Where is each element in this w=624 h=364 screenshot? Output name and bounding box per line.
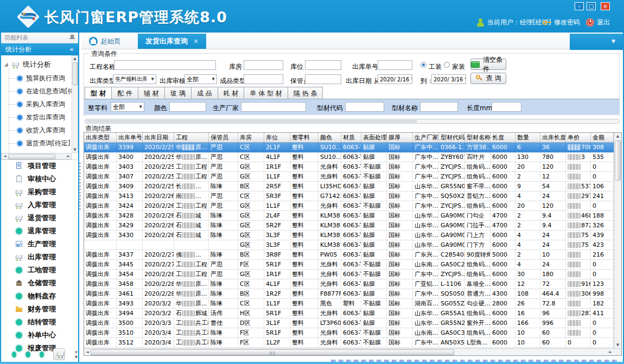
scroll-thumb[interactable] <box>73 62 78 85</box>
table-row[interactable]: 调拨出库34242020/2/26工工程严思G区1L1F整料光身料6063-T5… <box>84 201 614 211</box>
table-row[interactable]: 调拨出库34292020/2/26石城陈琳G区5R2F整料KLM38176063… <box>84 221 614 231</box>
table-row[interactable]: 调拨出库34372020/2/27佛...陈琳B区3R8F整料PW056063-… <box>84 250 614 260</box>
grid-vertical-scrollbar[interactable]: ▲ ▼ <box>614 133 621 348</box>
column-header[interactable]: 库位 <box>264 133 290 143</box>
sidebar-item-cart[interactable]: 退货管理 <box>1 212 78 225</box>
column-header[interactable]: 生产厂家 <box>413 133 439 143</box>
column-header[interactable]: 整零料 <box>290 133 319 143</box>
table-row[interactable]: 调拨出库34612020/2/28华原...陈琳B区1R2F整料F8877FT6… <box>84 289 614 299</box>
product-type-input[interactable] <box>244 74 283 84</box>
table-row[interactable]: 调拨出库35002020/3/3工共工程曹佳D区3L1F整料LT3P606063… <box>84 318 614 328</box>
logout[interactable]: 退出 <box>586 18 610 27</box>
table-row[interactable]: 调拨出库34072020/2/25工工程严思G区1L1F整料光身料6063-T5… <box>84 172 614 182</box>
column-header[interactable]: 型材名称 <box>465 133 491 143</box>
footer-dot-icon[interactable] <box>26 352 30 357</box>
change-password[interactable]: 修改密码 <box>543 18 580 27</box>
manufacturer-input[interactable] <box>241 102 306 112</box>
column-header[interactable]: 型材代码 <box>439 133 465 143</box>
table-row[interactable]: 调拨出库34282020/2/26石城陈琳G区2L4F整料KLM38176063… <box>84 211 614 221</box>
footer-cart-button[interactable] <box>53 348 65 360</box>
scroll-up-icon[interactable]: ▲ <box>614 133 621 139</box>
order-no-input[interactable] <box>378 60 412 70</box>
scroll-down-icon[interactable]: ▼ <box>614 342 621 348</box>
scroll-thumb[interactable] <box>86 120 417 123</box>
tree-vertical-scrollbar[interactable]: ▲ ▼ <box>72 55 78 153</box>
sidebar-item-clipboard[interactable]: 审核中心 <box>1 173 78 186</box>
table-row[interactable]: 调拨出库34132020/2/26南...严思C区5R3F整料G71422606… <box>84 191 614 201</box>
radio-industrial[interactable] <box>421 62 426 68</box>
sidebar-item-doc[interactable]: 项目管理 <box>1 159 78 173</box>
tree-item[interactable]: 预算执行查询 <box>1 72 69 85</box>
sidebar-item-chart[interactable]: 生产管理 <box>1 238 78 251</box>
project-name-input[interactable] <box>114 60 216 70</box>
clear-conditions-button[interactable]: 清空条件 <box>470 59 506 70</box>
radio-home[interactable] <box>444 62 450 68</box>
table-row[interactable]: 调拨出库34582020/2/28华原...陈琳C区4L1F整料光身料6063-… <box>84 279 614 289</box>
out-type-select[interactable]: 生产领料出库 ▼ <box>113 74 156 84</box>
subtab[interactable]: 成 品 <box>192 87 218 100</box>
sidebar-splitter[interactable] <box>79 163 81 212</box>
tab-home[interactable]: 起始页 <box>82 34 127 49</box>
sidebar-item-cart[interactable]: 采购管理 <box>1 186 78 199</box>
panel-scrollbar[interactable] <box>85 119 620 124</box>
sidebar-item-cart[interactable]: 出库管理 <box>1 251 78 264</box>
table-row[interactable]: 调拨出库34032020/2/25工工程严思G区1R1F整料光身料6063-T5… <box>84 162 614 172</box>
scroll-left-icon[interactable]: ◄ <box>85 349 90 355</box>
column-header[interactable]: 单价 <box>566 133 591 143</box>
table-row[interactable]: 调拨出库34002020/2/25华原...严思C区4L1F整料SU10...6… <box>84 152 614 162</box>
column-header[interactable]: 出库长度 <box>540 133 566 143</box>
section-header[interactable]: 统计分析 « <box>1 43 78 55</box>
column-header[interactable]: 工程 <box>174 133 209 143</box>
column-header[interactable]: 出库类型 <box>84 133 117 143</box>
column-header[interactable]: 金额 <box>591 133 614 143</box>
sidebar-item-cart[interactable]: 入库管理 <box>1 199 78 212</box>
tree-root[interactable]: 统计分析 <box>3 60 51 69</box>
table-row[interactable]: 调拨出库34092020/2/25长...陈琳B区2R5F整料LI35HD606… <box>84 182 614 191</box>
sidebar-item-warehouse[interactable]: 仓储管理 <box>1 277 78 290</box>
column-header[interactable]: 膜厚 <box>387 133 413 143</box>
table-row[interactable]: G区3L3F整料KLM38176063-T5贴膜国标山东华...GA90M09.… <box>84 240 614 250</box>
keeper-input[interactable] <box>305 74 341 84</box>
tab-list-icon[interactable]: ▼ <box>612 39 615 44</box>
column-header[interactable]: 长度 <box>491 133 515 143</box>
subtab[interactable]: 玻 璃 <box>165 87 192 100</box>
scroll-thumb[interactable] <box>615 141 621 181</box>
subtab[interactable]: 配 件 <box>112 87 138 100</box>
location-input[interactable] <box>305 60 341 70</box>
column-header[interactable]: 库房 <box>238 133 264 143</box>
column-header[interactable]: 表面处理 <box>361 133 387 143</box>
column-header[interactable]: 保管员 <box>209 133 238 143</box>
column-header[interactable]: 颜色 <box>319 133 341 143</box>
table-row[interactable]: 调拨出库34942020/3/2石辉城汤伟H区5R1F整料光身料6063-T5贴… <box>84 309 614 318</box>
subtab[interactable]: 单 体 型 材 <box>244 87 288 100</box>
grid-horizontal-scrollbar[interactable]: ◄ ► <box>84 348 621 355</box>
column-header[interactable]: 材质 <box>341 133 361 143</box>
expander-icon[interactable] <box>4 63 8 67</box>
maximize-button[interactable]: □ <box>587 2 596 10</box>
scroll-right-icon[interactable]: ► <box>608 349 613 355</box>
column-header[interactable]: 出库单号 <box>117 133 143 143</box>
length-input[interactable] <box>492 102 521 112</box>
menu-expander[interactable]: » ▼ <box>74 350 78 359</box>
sidebar-item-dot[interactable]: 结转管理 <box>1 316 78 329</box>
subtab[interactable]: 耗 材 <box>218 87 245 100</box>
table-row[interactable]: 调拨出库34302020/2/26石城陈琳G区3L3F整料KLM38176063… <box>84 231 614 240</box>
subtab[interactable]: 隔 热 条 <box>288 87 323 100</box>
tree-item[interactable]: 发货出库查询 <box>1 111 69 124</box>
table-row[interactable]: 调拨出库35102020/3/4工共工程陈琳F区5R1F整料光身料6063-T5… <box>84 328 614 338</box>
sidebar-item-dot[interactable]: 工地管理 <box>1 264 78 277</box>
tab-active[interactable]: 发货出库查询 × <box>138 34 206 49</box>
tree-item[interactable]: 采购入库查询 <box>1 98 69 111</box>
sidebar-item-folder[interactable]: 财务管理 <box>1 303 78 316</box>
table-row[interactable]: 调拨出库35122020/3/4工共工程陈琳F区1L2F整料光身料6063-T5… <box>84 338 614 348</box>
warehouse-input[interactable] <box>244 60 283 70</box>
tree-item[interactable]: 收货入库查询 <box>1 124 69 137</box>
minimize-button[interactable]: – <box>575 2 584 10</box>
profile-code-input[interactable] <box>345 102 384 112</box>
table-row[interactable]: 调拨出库34932020/3/2华原...陈琳C区1L1F整料黑色塑料不贴膜国标… <box>84 299 614 309</box>
search-button[interactable]: 查 询 <box>470 73 506 84</box>
tree-item[interactable]: 在途信息查询[待 <box>1 85 69 98</box>
scroll-thumb[interactable] <box>8 154 55 159</box>
audit-select[interactable]: 全部 ▼ <box>184 74 217 84</box>
tree-horizontal-scrollbar[interactable]: ◄ ► <box>1 153 72 159</box>
